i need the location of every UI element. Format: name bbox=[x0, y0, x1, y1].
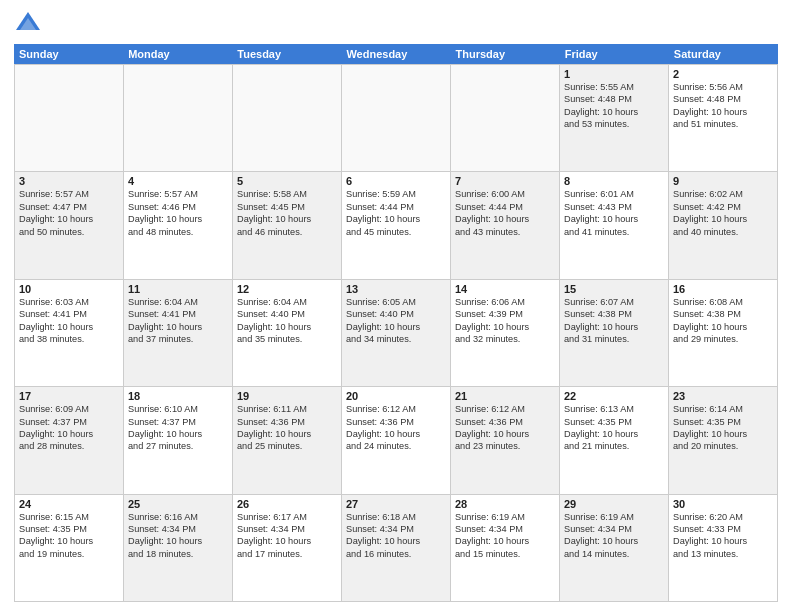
day-number: 24 bbox=[19, 498, 119, 510]
day-number: 13 bbox=[346, 283, 446, 295]
day-number: 28 bbox=[455, 498, 555, 510]
cal-cell-16: 16Sunrise: 6:08 AM Sunset: 4:38 PM Dayli… bbox=[669, 280, 778, 387]
cal-cell-23: 23Sunrise: 6:14 AM Sunset: 4:35 PM Dayli… bbox=[669, 387, 778, 494]
cal-cell-8: 8Sunrise: 6:01 AM Sunset: 4:43 PM Daylig… bbox=[560, 172, 669, 279]
cal-cell-empty-0-3 bbox=[342, 65, 451, 172]
day-info: Sunrise: 5:56 AM Sunset: 4:48 PM Dayligh… bbox=[673, 81, 773, 131]
day-info: Sunrise: 5:57 AM Sunset: 4:46 PM Dayligh… bbox=[128, 188, 228, 238]
cal-cell-19: 19Sunrise: 6:11 AM Sunset: 4:36 PM Dayli… bbox=[233, 387, 342, 494]
day-info: Sunrise: 6:12 AM Sunset: 4:36 PM Dayligh… bbox=[346, 403, 446, 453]
cal-cell-9: 9Sunrise: 6:02 AM Sunset: 4:42 PM Daylig… bbox=[669, 172, 778, 279]
day-number: 21 bbox=[455, 390, 555, 402]
day-number: 19 bbox=[237, 390, 337, 402]
cal-cell-5: 5Sunrise: 5:58 AM Sunset: 4:45 PM Daylig… bbox=[233, 172, 342, 279]
cal-cell-18: 18Sunrise: 6:10 AM Sunset: 4:37 PM Dayli… bbox=[124, 387, 233, 494]
cal-cell-26: 26Sunrise: 6:17 AM Sunset: 4:34 PM Dayli… bbox=[233, 495, 342, 602]
cal-cell-22: 22Sunrise: 6:13 AM Sunset: 4:35 PM Dayli… bbox=[560, 387, 669, 494]
week-row-3: 17Sunrise: 6:09 AM Sunset: 4:37 PM Dayli… bbox=[15, 387, 778, 494]
day-number: 15 bbox=[564, 283, 664, 295]
day-info: Sunrise: 6:19 AM Sunset: 4:34 PM Dayligh… bbox=[564, 511, 664, 561]
cal-cell-11: 11Sunrise: 6:04 AM Sunset: 4:41 PM Dayli… bbox=[124, 280, 233, 387]
day-number: 17 bbox=[19, 390, 119, 402]
cal-cell-20: 20Sunrise: 6:12 AM Sunset: 4:36 PM Dayli… bbox=[342, 387, 451, 494]
day-number: 20 bbox=[346, 390, 446, 402]
cal-cell-3: 3Sunrise: 5:57 AM Sunset: 4:47 PM Daylig… bbox=[15, 172, 124, 279]
day-number: 30 bbox=[673, 498, 773, 510]
cal-cell-17: 17Sunrise: 6:09 AM Sunset: 4:37 PM Dayli… bbox=[15, 387, 124, 494]
cal-cell-empty-0-1 bbox=[124, 65, 233, 172]
header-day-tuesday: Tuesday bbox=[232, 44, 341, 64]
week-row-1: 3Sunrise: 5:57 AM Sunset: 4:47 PM Daylig… bbox=[15, 172, 778, 279]
day-info: Sunrise: 6:19 AM Sunset: 4:34 PM Dayligh… bbox=[455, 511, 555, 561]
day-info: Sunrise: 5:55 AM Sunset: 4:48 PM Dayligh… bbox=[564, 81, 664, 131]
day-info: Sunrise: 6:07 AM Sunset: 4:38 PM Dayligh… bbox=[564, 296, 664, 346]
cal-cell-4: 4Sunrise: 5:57 AM Sunset: 4:46 PM Daylig… bbox=[124, 172, 233, 279]
day-number: 27 bbox=[346, 498, 446, 510]
day-info: Sunrise: 5:58 AM Sunset: 4:45 PM Dayligh… bbox=[237, 188, 337, 238]
day-number: 26 bbox=[237, 498, 337, 510]
cal-cell-29: 29Sunrise: 6:19 AM Sunset: 4:34 PM Dayli… bbox=[560, 495, 669, 602]
day-number: 7 bbox=[455, 175, 555, 187]
header-day-sunday: Sunday bbox=[14, 44, 123, 64]
cal-cell-1: 1Sunrise: 5:55 AM Sunset: 4:48 PM Daylig… bbox=[560, 65, 669, 172]
week-row-2: 10Sunrise: 6:03 AM Sunset: 4:41 PM Dayli… bbox=[15, 280, 778, 387]
cal-cell-empty-0-4 bbox=[451, 65, 560, 172]
logo-icon bbox=[14, 10, 42, 38]
day-info: Sunrise: 6:01 AM Sunset: 4:43 PM Dayligh… bbox=[564, 188, 664, 238]
day-info: Sunrise: 6:18 AM Sunset: 4:34 PM Dayligh… bbox=[346, 511, 446, 561]
day-info: Sunrise: 6:09 AM Sunset: 4:37 PM Dayligh… bbox=[19, 403, 119, 453]
header-day-wednesday: Wednesday bbox=[341, 44, 450, 64]
day-info: Sunrise: 5:57 AM Sunset: 4:47 PM Dayligh… bbox=[19, 188, 119, 238]
calendar: SundayMondayTuesdayWednesdayThursdayFrid… bbox=[14, 44, 778, 602]
logo bbox=[14, 10, 46, 38]
cal-cell-empty-0-2 bbox=[233, 65, 342, 172]
day-number: 10 bbox=[19, 283, 119, 295]
day-number: 18 bbox=[128, 390, 228, 402]
day-info: Sunrise: 6:04 AM Sunset: 4:41 PM Dayligh… bbox=[128, 296, 228, 346]
day-info: Sunrise: 6:17 AM Sunset: 4:34 PM Dayligh… bbox=[237, 511, 337, 561]
calendar-header: SundayMondayTuesdayWednesdayThursdayFrid… bbox=[14, 44, 778, 64]
cal-cell-6: 6Sunrise: 5:59 AM Sunset: 4:44 PM Daylig… bbox=[342, 172, 451, 279]
day-number: 23 bbox=[673, 390, 773, 402]
cal-cell-7: 7Sunrise: 6:00 AM Sunset: 4:44 PM Daylig… bbox=[451, 172, 560, 279]
week-row-0: 1Sunrise: 5:55 AM Sunset: 4:48 PM Daylig… bbox=[15, 65, 778, 172]
cal-cell-14: 14Sunrise: 6:06 AM Sunset: 4:39 PM Dayli… bbox=[451, 280, 560, 387]
day-info: Sunrise: 6:13 AM Sunset: 4:35 PM Dayligh… bbox=[564, 403, 664, 453]
day-info: Sunrise: 6:00 AM Sunset: 4:44 PM Dayligh… bbox=[455, 188, 555, 238]
day-number: 29 bbox=[564, 498, 664, 510]
day-number: 25 bbox=[128, 498, 228, 510]
cal-cell-25: 25Sunrise: 6:16 AM Sunset: 4:34 PM Dayli… bbox=[124, 495, 233, 602]
header-day-friday: Friday bbox=[560, 44, 669, 64]
day-info: Sunrise: 6:04 AM Sunset: 4:40 PM Dayligh… bbox=[237, 296, 337, 346]
day-number: 22 bbox=[564, 390, 664, 402]
day-number: 4 bbox=[128, 175, 228, 187]
day-info: Sunrise: 6:16 AM Sunset: 4:34 PM Dayligh… bbox=[128, 511, 228, 561]
day-info: Sunrise: 6:06 AM Sunset: 4:39 PM Dayligh… bbox=[455, 296, 555, 346]
day-info: Sunrise: 6:15 AM Sunset: 4:35 PM Dayligh… bbox=[19, 511, 119, 561]
day-info: Sunrise: 6:03 AM Sunset: 4:41 PM Dayligh… bbox=[19, 296, 119, 346]
cal-cell-28: 28Sunrise: 6:19 AM Sunset: 4:34 PM Dayli… bbox=[451, 495, 560, 602]
day-info: Sunrise: 6:08 AM Sunset: 4:38 PM Dayligh… bbox=[673, 296, 773, 346]
day-number: 6 bbox=[346, 175, 446, 187]
cal-cell-2: 2Sunrise: 5:56 AM Sunset: 4:48 PM Daylig… bbox=[669, 65, 778, 172]
day-info: Sunrise: 6:20 AM Sunset: 4:33 PM Dayligh… bbox=[673, 511, 773, 561]
cal-cell-15: 15Sunrise: 6:07 AM Sunset: 4:38 PM Dayli… bbox=[560, 280, 669, 387]
cal-cell-10: 10Sunrise: 6:03 AM Sunset: 4:41 PM Dayli… bbox=[15, 280, 124, 387]
cal-cell-empty-0-0 bbox=[15, 65, 124, 172]
day-info: Sunrise: 5:59 AM Sunset: 4:44 PM Dayligh… bbox=[346, 188, 446, 238]
header-day-monday: Monday bbox=[123, 44, 232, 64]
day-number: 3 bbox=[19, 175, 119, 187]
cal-cell-27: 27Sunrise: 6:18 AM Sunset: 4:34 PM Dayli… bbox=[342, 495, 451, 602]
day-number: 11 bbox=[128, 283, 228, 295]
day-number: 9 bbox=[673, 175, 773, 187]
cal-cell-30: 30Sunrise: 6:20 AM Sunset: 4:33 PM Dayli… bbox=[669, 495, 778, 602]
header bbox=[14, 10, 778, 38]
day-number: 16 bbox=[673, 283, 773, 295]
cal-cell-13: 13Sunrise: 6:05 AM Sunset: 4:40 PM Dayli… bbox=[342, 280, 451, 387]
header-day-thursday: Thursday bbox=[451, 44, 560, 64]
cal-cell-12: 12Sunrise: 6:04 AM Sunset: 4:40 PM Dayli… bbox=[233, 280, 342, 387]
cal-cell-21: 21Sunrise: 6:12 AM Sunset: 4:36 PM Dayli… bbox=[451, 387, 560, 494]
day-number: 14 bbox=[455, 283, 555, 295]
day-info: Sunrise: 6:14 AM Sunset: 4:35 PM Dayligh… bbox=[673, 403, 773, 453]
day-info: Sunrise: 6:10 AM Sunset: 4:37 PM Dayligh… bbox=[128, 403, 228, 453]
